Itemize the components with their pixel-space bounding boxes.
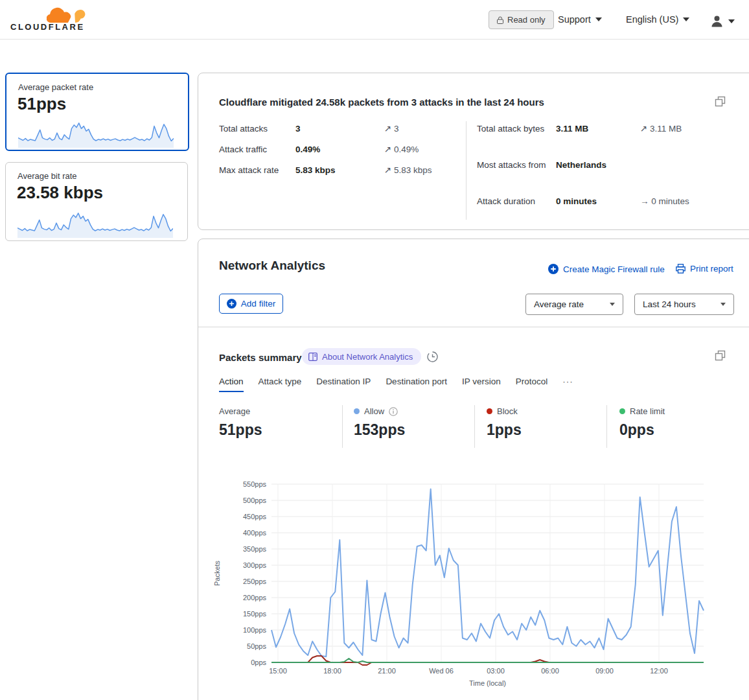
svg-text:Packets: Packets <box>213 560 221 586</box>
language-menu[interactable]: English (US) <box>626 14 689 25</box>
svg-text:100pps: 100pps <box>243 626 267 634</box>
block-dot-icon <box>487 408 492 414</box>
stat-label: Block <box>497 406 518 416</box>
user-menu[interactable] <box>710 14 735 28</box>
print-report-label: Print report <box>690 264 733 274</box>
svg-text:50pps: 50pps <box>247 642 266 650</box>
tab-ip-version[interactable]: IP version <box>462 377 501 392</box>
about-badge-label: About Network Analytics <box>322 352 413 362</box>
rate-limit-dot-icon <box>619 408 625 414</box>
mitigation-summary-panel: Cloudflare mitigated 24.58k packets from… <box>198 73 749 230</box>
packets-summary-title: Packets summary <box>219 352 302 363</box>
book-icon <box>308 353 317 361</box>
packet-rate-sparkline <box>18 119 174 148</box>
svg-text:21:00: 21:00 <box>378 667 396 675</box>
info-icon[interactable] <box>389 407 398 416</box>
stat-total-attack-bytes: Total attack bytes 3.11 MB ↗ 3.11 MB <box>477 122 749 151</box>
plus-circle-icon <box>548 264 559 274</box>
svg-text:250pps: 250pps <box>243 578 267 585</box>
stat-max-attack-rate: Max attack rate 5.83 kbps ↗ 5.83 kbps <box>219 164 459 177</box>
avg-bit-rate-card[interactable]: Average bit rate 23.58 kbps <box>5 162 188 241</box>
stat-value: 3 <box>295 122 301 135</box>
cloudflare-logo[interactable]: CLOUDFLARE <box>10 3 88 36</box>
chevron-down-icon <box>728 19 735 23</box>
copy-icon[interactable] <box>714 95 727 108</box>
stat-value: 153pps <box>354 421 405 439</box>
stat-allow: Allow 153pps <box>354 406 405 439</box>
trend-up-icon: ↗ <box>640 124 647 134</box>
stat-trend: ↗ 5.83 kbps <box>384 164 432 177</box>
support-menu[interactable]: Support <box>558 14 602 25</box>
stat-label: Total attacks <box>219 122 268 135</box>
trend-right-icon: → <box>640 196 649 206</box>
svg-text:12:00: 12:00 <box>650 667 668 675</box>
stat-most-attacks-from: Most attacks from Netherlands <box>477 159 749 187</box>
metric-select[interactable]: Average rate <box>525 294 623 315</box>
stat-label: Rate limit <box>630 406 665 416</box>
stat-label: Average <box>219 406 250 416</box>
stat-divider <box>342 405 343 448</box>
lock-icon <box>497 16 503 24</box>
time-range-select[interactable]: Last 24 hours <box>634 294 734 315</box>
stat-label: Attack traffic <box>219 143 267 156</box>
stat-value: Netherlands <box>556 159 606 172</box>
more-tabs-icon[interactable]: ··· <box>562 377 573 392</box>
stat-divider <box>474 405 475 448</box>
print-report-link[interactable]: Print report <box>676 264 733 274</box>
stat-rate-limit: Rate limit 0pps <box>619 406 665 439</box>
stat-trend: ↗ 3.11 MB <box>640 122 682 135</box>
about-network-analytics-badge[interactable]: About Network Analytics <box>302 348 421 365</box>
network-analytics-panel: Network Analytics Create Magic Firewall … <box>198 239 749 700</box>
stat-value: 5.83 kbps <box>295 164 336 177</box>
svg-text:400pps: 400pps <box>243 529 267 537</box>
user-icon <box>710 14 724 28</box>
stat-value: 0pps <box>619 421 665 439</box>
svg-text:Wed 06: Wed 06 <box>429 667 454 675</box>
stat-trend: ↗ 0.49% <box>384 143 419 156</box>
avg-packet-rate-label: Average packet rate <box>18 82 93 92</box>
stat-total-attacks: Total attacks 3 ↗ 3 <box>219 122 459 135</box>
svg-text:15:00: 15:00 <box>269 667 287 675</box>
bit-rate-sparkline <box>17 209 173 238</box>
svg-text:300pps: 300pps <box>243 561 267 569</box>
stat-value: 0.49% <box>295 143 320 156</box>
tab-destination-ip[interactable]: Destination IP <box>316 377 371 392</box>
create-rule-label: Create Magic Firewall rule <box>563 264 665 274</box>
avg-packet-rate-card[interactable]: Average packet rate 51pps <box>5 73 189 151</box>
time-range-value: Last 24 hours <box>643 299 696 309</box>
cloudflare-logo-text: CLOUDFLARE <box>10 22 85 32</box>
tab-protocol[interactable]: Protocol <box>516 377 548 392</box>
packets-timeseries-chart[interactable]: 0pps50pps100pps150pps200pps250pps300pps3… <box>209 477 708 697</box>
add-filter-button[interactable]: Add filter <box>219 294 283 314</box>
stat-attack-duration: Attack duration 0 minutes → 0 minutes <box>477 195 749 208</box>
cloudflare-dashboard: CLOUDFLARE Read only Support English (US… <box>0 0 749 700</box>
stat-label: Total attack bytes <box>477 122 548 135</box>
svg-text:03:00: 03:00 <box>487 667 505 675</box>
svg-text:18:00: 18:00 <box>323 667 341 675</box>
section-divider <box>198 327 749 327</box>
allow-dot-icon <box>354 408 360 414</box>
chevron-down-icon <box>683 18 689 21</box>
chevron-down-icon <box>595 18 602 21</box>
stat-value: 0 minutes <box>556 195 597 208</box>
top-header: CLOUDFLARE Read only Support English (US… <box>0 0 749 40</box>
stat-label: Most attacks from <box>477 159 548 172</box>
plus-circle-icon <box>227 299 236 309</box>
read-only-badge: Read only <box>489 10 554 29</box>
svg-text:150pps: 150pps <box>243 610 267 618</box>
tab-attack-type[interactable]: Attack type <box>259 377 302 392</box>
stat-trend: → 0 minutes <box>640 195 689 208</box>
tab-action[interactable]: Action <box>219 377 244 392</box>
stat-value: 3.11 MB <box>556 122 588 135</box>
avg-bit-rate-value: 23.58 kbps <box>17 183 103 203</box>
stats-divider <box>466 121 467 220</box>
copy-icon[interactable] <box>714 349 727 362</box>
tab-destination-port[interactable]: Destination port <box>386 377 447 392</box>
clock-icon[interactable] <box>427 351 438 362</box>
read-only-label: Read only <box>507 15 546 25</box>
svg-text:200pps: 200pps <box>243 594 267 601</box>
create-magic-firewall-rule-link[interactable]: Create Magic Firewall rule <box>548 264 665 274</box>
packets-summary-tabs: Action Attack type Destination IP Destin… <box>219 377 573 392</box>
stat-average: Average 51pps <box>219 406 262 439</box>
add-filter-label: Add filter <box>241 299 275 309</box>
